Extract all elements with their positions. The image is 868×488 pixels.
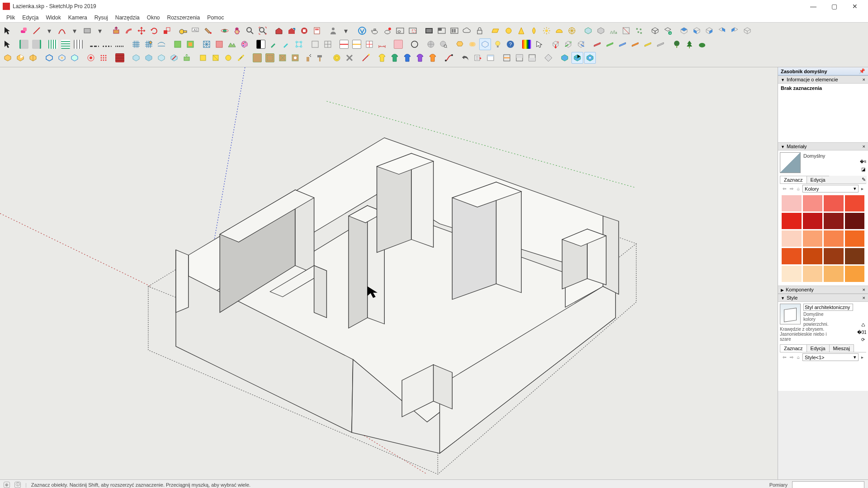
menu-tools[interactable]: Narzędzia bbox=[112, 14, 143, 22]
grid-off-icon[interactable] bbox=[309, 38, 321, 50]
glass-1-icon[interactable] bbox=[130, 52, 142, 64]
vray-light-spot-icon[interactable] bbox=[515, 25, 527, 37]
vray-cloud-icon[interactable] bbox=[461, 25, 473, 37]
color-swatch[interactable] bbox=[845, 230, 865, 247]
warehouse-share-icon[interactable] bbox=[286, 25, 297, 37]
line-tool-icon[interactable] bbox=[31, 25, 42, 37]
materials-header[interactable]: ▼Materiały × bbox=[778, 142, 868, 150]
shell-2-icon[interactable] bbox=[56, 52, 68, 64]
minimize-button[interactable]: — bbox=[803, 0, 824, 13]
styles-tab-mix[interactable]: Mieszaj bbox=[829, 344, 854, 352]
zoom-extents-icon[interactable] bbox=[257, 25, 269, 37]
tool-yellow-1-icon[interactable] bbox=[197, 52, 209, 64]
menu-help[interactable]: Pomoc bbox=[203, 14, 227, 22]
color-swatch[interactable] bbox=[803, 195, 823, 211]
menu-window[interactable]: Okno bbox=[143, 14, 164, 22]
plane-yellow-icon[interactable] bbox=[642, 38, 654, 50]
sandbox-flip-icon[interactable] bbox=[213, 38, 225, 50]
material-sample-icon[interactable]: ✎ bbox=[861, 176, 867, 183]
plane-grey-icon[interactable] bbox=[655, 38, 666, 50]
eyedrop-cyan-icon[interactable] bbox=[280, 38, 292, 50]
vray-light-plane-icon[interactable] bbox=[490, 25, 502, 37]
color-swatch[interactable] bbox=[782, 248, 802, 264]
styles-tab-select[interactable]: Zaznacz bbox=[780, 344, 807, 352]
view-left-icon[interactable] bbox=[729, 25, 741, 37]
style-preview[interactable] bbox=[780, 304, 801, 324]
undo-icon[interactable] bbox=[459, 52, 471, 64]
pink-panel-icon[interactable] bbox=[392, 38, 404, 50]
dropdown-icon[interactable]: ▾ bbox=[340, 25, 352, 37]
color-swatch[interactable] bbox=[824, 195, 844, 211]
offset-icon[interactable] bbox=[123, 25, 135, 37]
vray-frame-icon[interactable] bbox=[423, 25, 435, 37]
pushpull-icon[interactable] bbox=[110, 25, 122, 37]
select-tool-icon[interactable] bbox=[2, 25, 14, 37]
color-swatch[interactable] bbox=[824, 248, 844, 264]
dash-1-icon[interactable] bbox=[89, 38, 100, 50]
guide-yellow-icon[interactable] bbox=[351, 38, 363, 50]
maximize-button[interactable]: ▢ bbox=[824, 0, 844, 13]
dash-3-icon[interactable] bbox=[114, 38, 126, 50]
shirt-purple-icon[interactable] bbox=[414, 52, 426, 64]
color-swatch[interactable] bbox=[824, 230, 844, 247]
ext-warehouse-icon[interactable] bbox=[298, 25, 310, 37]
menu-edit[interactable]: Edycja bbox=[19, 14, 42, 22]
sandbox-detail-icon[interactable] bbox=[201, 38, 212, 50]
shirt-orange-icon[interactable] bbox=[427, 52, 439, 64]
tool-brown-4-icon[interactable] bbox=[289, 52, 301, 64]
dimension-icon[interactable] bbox=[376, 38, 388, 50]
dropdown-icon[interactable]: ▾ bbox=[94, 25, 106, 37]
style-update-icon[interactable]: ♺ bbox=[860, 322, 866, 328]
glass-pencil-icon[interactable] bbox=[168, 52, 180, 64]
materials-tab-edit[interactable]: Edycja bbox=[807, 176, 830, 183]
curve-tool-icon[interactable] bbox=[443, 52, 455, 64]
plugin-box1-icon[interactable] bbox=[582, 25, 594, 37]
cursor-white-icon[interactable] bbox=[533, 38, 545, 50]
align-left-icon[interactable] bbox=[18, 38, 30, 50]
axis-green-icon[interactable]: N bbox=[562, 38, 574, 50]
close-panel-icon[interactable]: × bbox=[863, 295, 865, 300]
arc-tool-icon[interactable] bbox=[56, 25, 68, 37]
color-swatch[interactable] bbox=[782, 195, 802, 211]
paint-icon[interactable] bbox=[203, 25, 214, 37]
solid-outer-icon[interactable] bbox=[2, 52, 14, 64]
color-swatch[interactable] bbox=[782, 266, 802, 282]
eyedrop-green-icon[interactable] bbox=[268, 38, 279, 50]
globe-search-icon[interactable] bbox=[438, 38, 449, 50]
vray-light-dome-icon[interactable] bbox=[553, 25, 565, 37]
view-front-icon[interactable] bbox=[691, 25, 703, 37]
grid-red-dots-icon[interactable] bbox=[98, 52, 109, 64]
bw-swatch-icon[interactable] bbox=[255, 38, 267, 50]
plugin-scatter-icon[interactable] bbox=[633, 25, 645, 37]
menu-file[interactable]: Plik bbox=[3, 14, 19, 22]
wrench-cross-icon[interactable] bbox=[344, 52, 355, 64]
close-panel-icon[interactable]: × bbox=[863, 144, 865, 149]
glass-3-icon[interactable] bbox=[156, 52, 167, 64]
iso-icon[interactable] bbox=[649, 25, 661, 37]
help-icon[interactable]: ? bbox=[505, 38, 516, 50]
section-plane-icon[interactable] bbox=[501, 52, 513, 64]
plugin-clipper-icon[interactable] bbox=[620, 25, 632, 37]
tool-brown-1-icon[interactable] bbox=[251, 52, 263, 64]
tree-pine-icon[interactable] bbox=[684, 38, 695, 50]
axis-blue-icon[interactable]: N bbox=[575, 38, 587, 50]
eraser-icon[interactable] bbox=[18, 25, 30, 37]
shirt-blue-icon[interactable] bbox=[401, 52, 413, 64]
tool-spray-icon[interactable] bbox=[302, 52, 314, 64]
color-swatch[interactable] bbox=[782, 230, 802, 247]
material-preview[interactable] bbox=[780, 152, 801, 173]
sandbox-contour-icon[interactable] bbox=[143, 38, 155, 50]
palette-icon[interactable] bbox=[239, 38, 250, 50]
diamond-icon[interactable] bbox=[542, 52, 554, 64]
style-create-icon[interactable]: �319 bbox=[860, 329, 866, 335]
tape-icon[interactable] bbox=[177, 25, 189, 37]
dash-2-icon[interactable] bbox=[101, 38, 113, 50]
orbit-icon[interactable] bbox=[219, 25, 231, 37]
plane-blue-icon[interactable] bbox=[617, 38, 628, 50]
styles-header[interactable]: ▼Style × bbox=[778, 294, 868, 302]
plane-red-icon[interactable] bbox=[591, 38, 603, 50]
tool-brown-2-icon[interactable] bbox=[264, 52, 276, 64]
globe-dim-icon[interactable] bbox=[425, 38, 437, 50]
menu-draw[interactable]: Rysuj bbox=[91, 14, 112, 22]
face-up-icon[interactable] bbox=[181, 52, 193, 64]
